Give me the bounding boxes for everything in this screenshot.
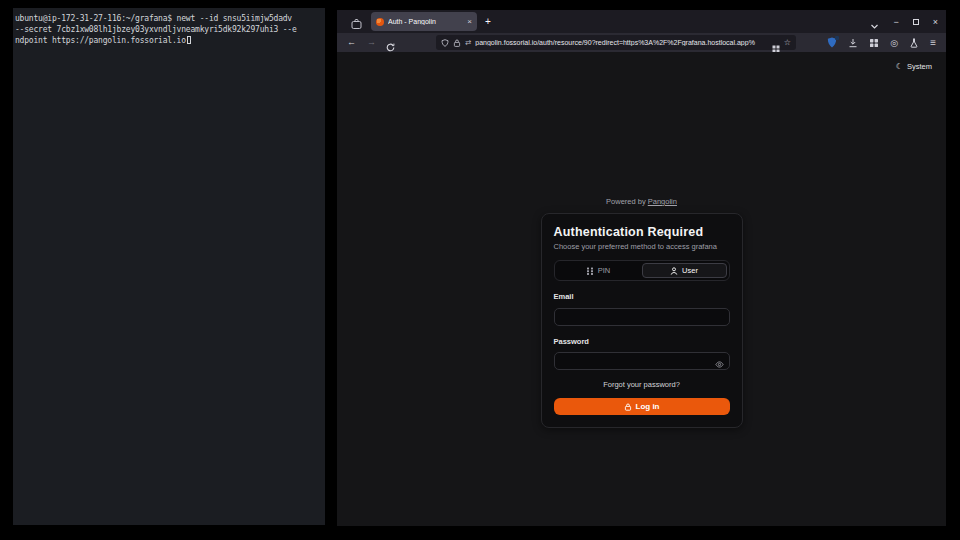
tab-user[interactable]: User bbox=[642, 263, 727, 278]
browser-tab-auth-pangolin[interactable]: Auth - Pangolin × bbox=[371, 12, 477, 31]
tracking-protection-shield-icon[interactable] bbox=[441, 39, 449, 47]
containers-grid-icon[interactable] bbox=[772, 39, 780, 47]
browser-toolbar: ← → ⇄ pangolin.fossorial.io/auth/resourc… bbox=[337, 33, 946, 52]
padlock-icon[interactable] bbox=[453, 39, 461, 47]
auth-card: Authentication Required Choose your pref… bbox=[541, 213, 743, 428]
moon-icon: ☾ bbox=[896, 62, 903, 71]
email-label: Email bbox=[554, 292, 730, 301]
tab-title: Auth - Pangolin bbox=[388, 18, 463, 25]
flask-icon[interactable] bbox=[909, 38, 919, 48]
ublock-extension-icon[interactable] bbox=[827, 37, 837, 48]
card-title: Authentication Required bbox=[554, 225, 730, 239]
minimize-window-icon[interactable]: − bbox=[893, 17, 898, 27]
pangolin-favicon-icon bbox=[376, 18, 384, 26]
url-bar[interactable]: ⇄ pangolin.fossorial.io/auth/resource/90… bbox=[436, 35, 796, 50]
password-field[interactable] bbox=[554, 352, 730, 370]
terminal-window[interactable]: ubuntu@ip-172-31-27-116:~/grafana$ newt … bbox=[13, 8, 325, 525]
lock-icon bbox=[624, 403, 632, 411]
url-text[interactable]: pangolin.fossorial.io/auth/resource/90?r… bbox=[475, 39, 768, 46]
login-button[interactable]: Log in bbox=[554, 398, 730, 415]
theme-toggle[interactable]: ☾ System bbox=[896, 62, 932, 71]
permissions-arrows-icon[interactable]: ⇄ bbox=[465, 38, 471, 47]
powered-by: Powered by Pangolin bbox=[541, 197, 743, 206]
new-tab-button[interactable]: + bbox=[485, 16, 491, 27]
card-subtitle: Choose your preferred method to access g… bbox=[554, 242, 730, 251]
tab-pin-label: PIN bbox=[598, 266, 611, 275]
terminal-line: ndpoint https://pangolin.fossorial.io bbox=[15, 35, 323, 46]
tab-user-label: User bbox=[682, 266, 698, 275]
chevron-down-icon[interactable] bbox=[870, 17, 879, 26]
extensions-icon[interactable] bbox=[869, 38, 879, 48]
tab-pin[interactable]: PIN bbox=[557, 263, 640, 278]
auth-method-tabs: PIN User bbox=[554, 260, 730, 281]
password-label: Password bbox=[554, 337, 730, 346]
pangolin-link[interactable]: Pangolin bbox=[648, 197, 677, 206]
back-icon[interactable]: ← bbox=[347, 38, 356, 47]
forgot-password-link[interactable]: Forgot your password? bbox=[554, 380, 730, 389]
show-password-eye-icon[interactable] bbox=[715, 355, 724, 364]
login-button-label: Log in bbox=[636, 402, 660, 411]
reload-icon[interactable] bbox=[386, 38, 395, 47]
hamburger-menu-icon[interactable]: ≡ bbox=[930, 37, 936, 48]
user-icon bbox=[670, 267, 678, 275]
close-tab-icon[interactable]: × bbox=[467, 18, 472, 26]
browser-window: Auth - Pangolin × + − × ← → bbox=[337, 10, 946, 526]
close-window-icon[interactable]: × bbox=[933, 17, 938, 27]
auth-page: ☾ System Powered by Pangolin Authenticat… bbox=[337, 52, 946, 526]
pin-keypad-icon bbox=[586, 267, 594, 275]
terminal-line: --secret 7cbz1xw08lh1jbzey03yxvndljvneam… bbox=[15, 24, 323, 35]
terminal-line: ubuntu@ip-172-31-27-116:~/grafana$ newt … bbox=[15, 13, 323, 24]
maximize-window-icon[interactable] bbox=[913, 19, 919, 25]
extension-badge bbox=[835, 36, 839, 40]
email-field[interactable] bbox=[554, 308, 730, 326]
theme-toggle-label: System bbox=[907, 62, 932, 71]
forward-icon[interactable]: → bbox=[367, 38, 376, 47]
terminal-cursor bbox=[187, 36, 192, 44]
browser-tab-bar: Auth - Pangolin × + − × bbox=[337, 10, 946, 33]
target-extension-icon[interactable]: ◎ bbox=[890, 38, 898, 48]
downloads-icon[interactable] bbox=[848, 38, 858, 48]
firefox-view-icon[interactable] bbox=[351, 16, 362, 27]
bookmark-star-icon[interactable]: ☆ bbox=[784, 38, 791, 47]
